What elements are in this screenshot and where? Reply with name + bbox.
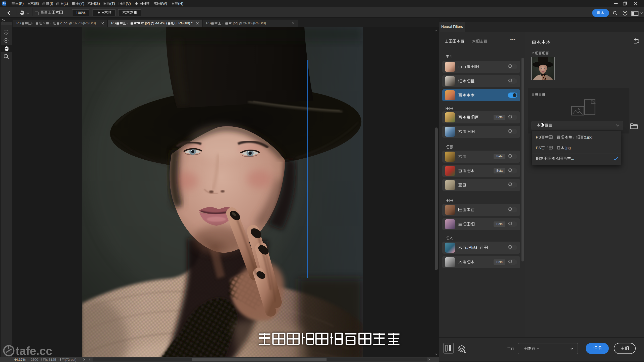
svg-text:(S): (S) — [95, 2, 100, 6]
svg-text:(E): (E) — [34, 2, 39, 6]
svg-text:PS: PS — [206, 21, 211, 25]
svg-text:PS: PS — [16, 21, 21, 25]
svg-text:JPEG: JPEG — [466, 245, 477, 250]
svg-text:2.jpg: 2.jpg — [584, 135, 592, 139]
svg-text:.jpg @ 26.8%(RGB/8): .jpg @ 26.8%(RGB/8) — [232, 21, 266, 25]
svg-text:2500: 2500 — [31, 358, 38, 361]
svg-text:(W): (W) — [161, 2, 167, 6]
svg-text:(L): (L) — [63, 2, 68, 6]
svg-text:0, RGB/8) *: 0, RGB/8) * — [175, 21, 193, 25]
svg-text:2.jpg @ 16.7%(RGB/8): 2.jpg @ 16.7%(RGB/8) — [60, 21, 96, 25]
svg-text:(V): (V) — [126, 2, 131, 6]
svg-text:PS: PS — [111, 21, 116, 25]
svg-text:(T): (T) — [110, 2, 115, 6]
svg-text:...: ... — [571, 156, 574, 160]
svg-text:tafe.cc: tafe.cc — [16, 344, 52, 357]
svg-text:?: ? — [624, 12, 626, 15]
svg-text:.jpg @ 44.4% (: .jpg @ 44.4% ( — [144, 21, 168, 25]
svg-text:(H): (H) — [178, 2, 183, 6]
svg-text:PS: PS — [536, 146, 541, 150]
svg-text:.jpg: .jpg — [565, 146, 571, 150]
svg-text:(I): (I) — [50, 2, 53, 6]
svg-text:(F): (F) — [19, 2, 24, 6]
svg-text:(72 ppi): (72 ppi) — [65, 358, 76, 361]
svg-text:(Y): (Y) — [79, 2, 84, 6]
svg-text:PS: PS — [536, 135, 541, 139]
svg-text:x 3125: x 3125 — [46, 358, 56, 361]
